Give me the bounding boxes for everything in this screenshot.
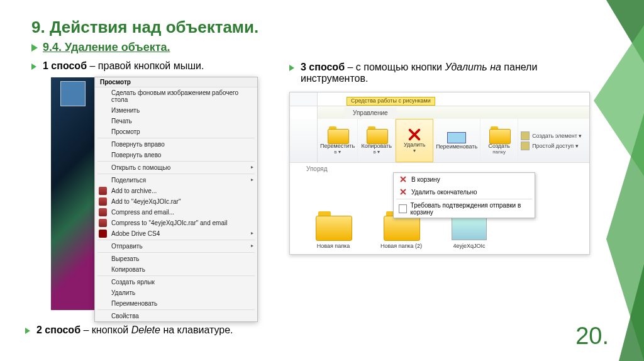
ctx-item[interactable]: Изменить [95, 105, 257, 116]
ctx-item-archive[interactable]: Compress and email... [95, 207, 257, 218]
bullet-icon [289, 65, 294, 71]
bullet-icon [31, 64, 36, 70]
dd-confirm[interactable]: Требовать подтверждения отправки в корзи… [394, 200, 535, 218]
ctx-item-archive[interactable]: Add to archive... [95, 186, 257, 196]
ctx-item[interactable]: Печать [95, 116, 257, 126]
ctx-item-cut[interactable]: Вырезать [95, 253, 257, 264]
ribbon-screenshot: Средства работы с рисунками Управление П… [289, 92, 590, 255]
ctx-item-delete[interactable]: Удалить [95, 287, 257, 298]
ctx-item-copy[interactable]: Копировать [95, 264, 257, 275]
ctx-item-adobe[interactable]: Adobe Drive CS4 [95, 228, 257, 239]
ctx-item[interactable]: Просмотр [95, 126, 257, 137]
x-small-icon [399, 175, 408, 184]
mini-icon [521, 142, 530, 150]
folder-icon [328, 126, 348, 143]
ribbon-rename-button[interactable]: Переименовать [433, 119, 480, 162]
ctx-item-rename[interactable]: Переименовать [95, 298, 257, 309]
bullet-icon [25, 328, 30, 334]
folder-icon [316, 211, 351, 240]
delete-x-icon [406, 128, 423, 142]
rename-icon [447, 132, 466, 143]
delete-dropdown: В корзину Удалить окончательно Требовать… [393, 172, 535, 218]
file-item-folder[interactable]: Новая папка [309, 211, 358, 249]
ctx-item-shortcut[interactable]: Создать ярлык [95, 277, 257, 287]
ribbon-easy-access[interactable]: Простой доступ ▾ [521, 142, 585, 150]
ribbon-subtab[interactable]: Управление [344, 108, 397, 118]
ctx-item-props[interactable]: Свойства [95, 311, 257, 321]
ribbon-copy-button[interactable]: Копировать в ▾ [358, 119, 396, 162]
ribbon-side-group: Создать элемент ▾ Простой доступ ▾ [518, 119, 587, 162]
rar-icon [99, 187, 107, 195]
method1-text: 1 способ – правой кнопкой мыши. [43, 60, 204, 72]
ctx-item-send[interactable]: Отправить [95, 241, 257, 252]
bullet-icon [31, 44, 38, 52]
ctx-item[interactable]: Сделать фоновым изображением рабочего ст… [95, 87, 257, 105]
page-title: 9. Действия над объектами. [31, 18, 613, 37]
folder-icon [489, 126, 509, 143]
rar-icon [99, 208, 107, 216]
ctx-item-archive[interactable]: Add to "4eyjeXqJOIc.rar" [95, 196, 257, 207]
dd-permanent[interactable]: Удалить окончательно [394, 186, 535, 198]
ctx-item[interactable]: Повернуть влево [95, 150, 257, 160]
folder-icon [367, 126, 387, 143]
ctx-item-share[interactable]: Поделиться [95, 175, 257, 186]
ctx-item-openwith[interactable]: Открыть с помощью [95, 162, 257, 173]
ribbon-context-tab[interactable]: Средства работы с рисунками [347, 97, 435, 106]
section-subtitle: 9.4. Удаление объекта. [43, 41, 170, 54]
method2-text: 2 способ – кнопкой Delete на клавиатуре. [36, 325, 233, 336]
context-menu-screenshot: Просмотр Сделать фоновым изображением ра… [94, 77, 258, 322]
ribbon-newfolder-button[interactable]: Создать папку [480, 119, 518, 162]
rar-icon [99, 197, 107, 206]
rar-icon [99, 219, 107, 227]
dd-recycle[interactable]: В корзину [394, 173, 535, 186]
mini-icon [521, 131, 530, 140]
x-small-icon [399, 187, 408, 196]
adobe-icon [99, 230, 107, 238]
method3-text: 3 способ – с помощью кнопки Удалить на п… [301, 62, 597, 84]
ribbon-new-item[interactable]: Создать элемент ▾ [521, 131, 585, 140]
ctx-item-archive[interactable]: Compress to "4eyjeXqJOIc.rar" and email [95, 218, 257, 228]
ribbon-move-button[interactable]: Переместить в ▾ [318, 119, 358, 162]
ctx-header: Просмотр [95, 77, 257, 87]
checkbox-icon [399, 204, 407, 213]
ribbon-delete-button[interactable]: Удалить ▾ [396, 119, 433, 162]
desktop-thumbnail-icon [60, 81, 86, 106]
ctx-item[interactable]: Повернуть вправо [95, 139, 257, 150]
